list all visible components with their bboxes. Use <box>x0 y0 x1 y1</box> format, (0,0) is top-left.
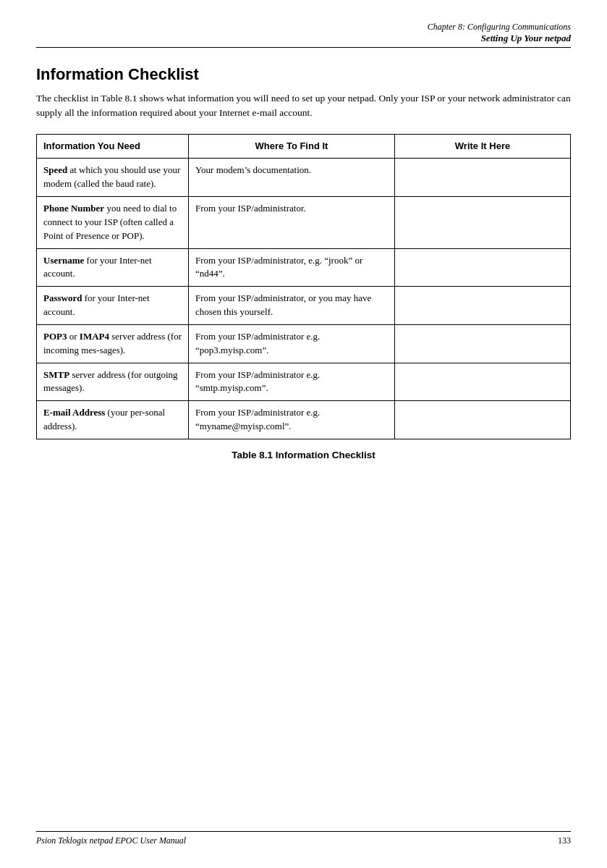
term-imap4: IMAP4 <box>80 331 109 342</box>
table-cell-write <box>395 159 571 197</box>
term-smtp: SMTP <box>43 369 69 380</box>
table-row: SMTP server address (for outgoing messag… <box>37 363 571 401</box>
find-phone: From your ISP/administrator. <box>195 203 306 214</box>
table-cell-write <box>395 324 571 363</box>
term-username: Username <box>43 255 84 266</box>
find-email: From your ISP/administrator e.g. “myname… <box>195 407 320 431</box>
find-username: From your ISP/administrator, e.g. “jrook… <box>195 255 362 279</box>
table-cell-find: From your ISP/administrator, e.g. “jrook… <box>189 248 395 287</box>
table-cell-find: Your modem’s documentation. <box>189 159 395 197</box>
term-email: E-mail Address <box>43 407 105 418</box>
table-header-row: Information You Need Where To Find It Wr… <box>37 134 571 159</box>
table-cell-write <box>395 287 571 325</box>
term-or: or <box>67 331 80 342</box>
table-row: Speed at which you should use your modem… <box>37 159 571 197</box>
table-cell-find: From your ISP/administrator e.g. “smtp.m… <box>189 363 395 401</box>
table-cell-find: From your ISP/administrator. <box>189 197 395 249</box>
table-row: E-mail Address (your per-sonal address).… <box>37 401 571 439</box>
header-line1: Chapter 8: Configuring Communications <box>36 22 571 33</box>
col-header-need: Information You Need <box>37 134 189 159</box>
page: Chapter 8: Configuring Communications Se… <box>0 0 607 868</box>
table-cell-need: Speed at which you should use your modem… <box>37 159 189 197</box>
table-cell-need: Phone Number you need to dial to connect… <box>37 197 189 249</box>
term-password: Password <box>43 292 82 303</box>
table-cell-need: POP3 or IMAP4 server address (for incomi… <box>37 324 189 363</box>
table-cell-find: From your ISP/administrator e.g. “pop3.m… <box>189 324 395 363</box>
table-cell-write <box>395 401 571 439</box>
section-title: Information Checklist <box>36 65 571 84</box>
term-speed: Speed <box>43 164 67 175</box>
table-cell-need: E-mail Address (your per-sonal address). <box>37 401 189 439</box>
information-checklist-table: Information You Need Where To Find It Wr… <box>36 134 571 440</box>
find-speed: Your modem’s documentation. <box>195 164 311 175</box>
table-cell-write <box>395 363 571 401</box>
table-row: POP3 or IMAP4 server address (for incomi… <box>37 324 571 363</box>
table-caption: Table 8.1 Information Checklist <box>36 450 571 460</box>
term-pop3: POP3 <box>43 331 67 342</box>
table-cell-need: SMTP server address (for outgoing messag… <box>37 363 189 401</box>
table-cell-find: From your ISP/administrator, or you may … <box>189 287 395 325</box>
intro-paragraph: The checklist in Table 8.1 shows what in… <box>36 91 571 121</box>
term-phone: Phone Number <box>43 203 104 214</box>
table-body: Speed at which you should use your modem… <box>37 159 571 439</box>
header-line2: Setting Up Your netpad <box>36 33 571 44</box>
table-cell-need: Password for your Inter-net account. <box>37 287 189 325</box>
table-cell-need: Username for your Inter-net account. <box>37 248 189 287</box>
table-row: Password for your Inter-net account. Fro… <box>37 287 571 325</box>
find-smtp: From your ISP/administrator e.g. “smtp.m… <box>195 369 320 394</box>
footer-right: 133 <box>558 835 571 846</box>
find-password: From your ISP/administrator, or you may … <box>195 292 371 317</box>
table-cell-find: From your ISP/administrator e.g. “myname… <box>189 401 395 439</box>
table-row: Username for your Inter-net account. Fro… <box>37 248 571 287</box>
page-footer: Psion Teklogix netpad EPOC User Manual 1… <box>36 831 571 846</box>
col-header-find: Where To Find It <box>189 134 395 159</box>
table-row: Phone Number you need to dial to connect… <box>37 197 571 249</box>
table-cell-write <box>395 197 571 249</box>
table-cell-write <box>395 248 571 287</box>
col-header-write: Write It Here <box>395 134 571 159</box>
find-pop3: From your ISP/administrator e.g. “pop3.m… <box>195 331 320 355</box>
page-header: Chapter 8: Configuring Communications Se… <box>36 22 571 48</box>
footer-left: Psion Teklogix netpad EPOC User Manual <box>36 835 186 846</box>
